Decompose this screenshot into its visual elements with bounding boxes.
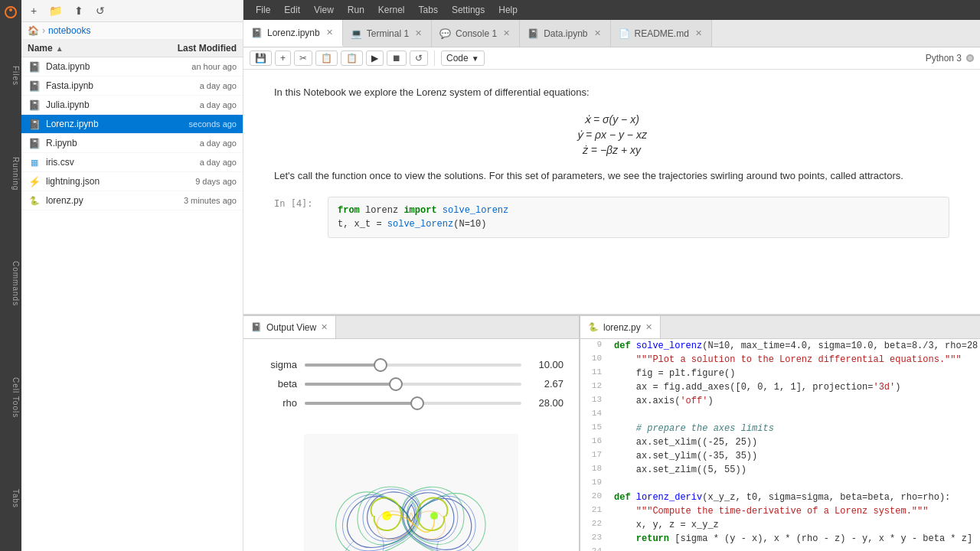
code-line-12: 12 ax = fig.add_axes([0, 0, 1, 1], proje… [580, 380, 980, 394]
column-modified[interactable]: Last Modified [145, 43, 237, 54]
sidebar-logo[interactable] [2, 3, 20, 21]
new-folder-button[interactable]: 📁 [46, 3, 65, 18]
new-file-button[interactable]: + [28, 3, 40, 18]
output-tab[interactable]: 📓 Output View ✕ [243, 316, 336, 338]
file-row[interactable]: 📓 R.ipynb a day ago [21, 134, 243, 153]
file-row[interactable]: ⚡ lightning.json 9 days ago [21, 172, 243, 191]
column-name[interactable]: Name ▲ [28, 43, 145, 54]
tab-icon-data: 📓 [528, 28, 539, 39]
file-row[interactable]: 🐍 lorenz.py 3 minutes ago [21, 191, 243, 210]
output-tab-close[interactable]: ✕ [321, 322, 328, 332]
sidebar-celltools-label[interactable]: Cell Tools [0, 371, 21, 424]
sidebar-commands-label[interactable]: Commands [0, 255, 21, 312]
tab-icon-terminal: 💻 [351, 28, 362, 39]
file-name: lightning.json [46, 176, 145, 187]
cut-button[interactable]: ✂ [294, 51, 312, 66]
tab-lorenz-ipynb[interactable]: 📓 Lorenz.ipynb ✕ [243, 20, 343, 47]
tab-close-readme[interactable]: ✕ [694, 28, 704, 39]
file-modified: an hour ago [145, 62, 237, 71]
refresh-button[interactable]: ↺ [93, 3, 108, 18]
cell-code[interactable]: from lorenz import solve_lorenz t, x_t =… [328, 197, 949, 238]
tab-data-ipynb[interactable]: 📓 Data.ipynb ✕ [520, 20, 610, 47]
bottom-split: 📓 Output View ✕ sigma [243, 315, 980, 551]
sidebar-tabs-label[interactable]: Tabs [0, 483, 21, 514]
file-row[interactable]: 📓 Data.ipynb an hour ago [21, 57, 243, 77]
menu-edit[interactable]: Edit [278, 3, 306, 17]
breadcrumb-folder[interactable]: notebooks [48, 25, 90, 36]
stop-button[interactable]: ⏹ [387, 51, 407, 66]
lorenz-visualization [243, 429, 579, 551]
upload-button[interactable]: ⬆ [71, 3, 87, 18]
restart-button[interactable]: ↺ [410, 51, 428, 66]
tab-close-data[interactable]: ✕ [593, 28, 603, 39]
line-number: 21 [580, 504, 611, 514]
tab-icon-console: 💬 [439, 28, 451, 39]
kernel-name: Python 3 [926, 53, 962, 64]
line-content: ax.set_xlim((-25, 25)) [611, 435, 980, 449]
insert-cell-button[interactable]: + [275, 51, 291, 66]
menu-help[interactable]: Help [492, 3, 524, 17]
cell-type-label: Code [446, 53, 469, 64]
file-modified: 9 days ago [145, 177, 237, 186]
beta-label: beta [259, 378, 297, 390]
tab-close-lorenz[interactable]: ✕ [325, 27, 335, 38]
tab-close-console[interactable]: ✕ [501, 28, 511, 39]
cell-type-selector[interactable]: Code ▼ [441, 51, 485, 66]
file-row-lorenz[interactable]: 📓 Lorenz.ipynb seconds ago [21, 115, 243, 134]
beta-track [305, 383, 521, 386]
line-content: ax = fig.add_axes([0, 0, 1, 1], projecti… [611, 380, 980, 394]
output-tab-bar: 📓 Output View ✕ [243, 316, 579, 339]
code-tab-icon: 🐍 [588, 322, 599, 332]
line-content: ax.set_ylim((-35, 35)) [611, 449, 980, 463]
sidebar-files-label[interactable]: Files [0, 60, 21, 92]
menu-file[interactable]: File [250, 3, 276, 17]
code-line-23: 23 return [sigma * (y - x), x * (rho - z… [580, 532, 980, 546]
cell-type-chevron: ▼ [472, 54, 479, 63]
tab-close-terminal[interactable]: ✕ [413, 28, 423, 39]
beta-thumb[interactable] [389, 377, 403, 391]
beta-slider-row: beta 2.67 [259, 378, 564, 390]
file-row[interactable]: 📓 Julia.ipynb a day ago [21, 96, 243, 115]
line-content: x, y, z = x_y_z [611, 518, 980, 532]
file-icon-lightning: ⚡ [28, 174, 41, 188]
equation-1: ẋ = σ(y − x) [274, 113, 949, 126]
file-name: Julia.ipynb [46, 99, 145, 110]
tab-readme[interactable]: 📄 README.md ✕ [611, 20, 712, 47]
menu-settings[interactable]: Settings [446, 3, 491, 17]
code-tab-close[interactable]: ✕ [645, 322, 652, 332]
home-icon[interactable]: 🏠 [28, 25, 39, 36]
code-tab-bar: 🐍 lorenz.py ✕ [580, 316, 980, 339]
code-line-21: 21 """Compute the time-derivative of a L… [580, 504, 980, 518]
code-tab[interactable]: 🐍 lorenz.py ✕ [580, 316, 661, 338]
line-number: 11 [580, 367, 611, 377]
run-button[interactable]: ▶ [366, 51, 384, 66]
file-row[interactable]: 📓 Fasta.ipynb a day ago [21, 77, 243, 96]
svg-point-1 [9, 8, 12, 11]
beta-fill [305, 383, 396, 386]
file-icon-lorenzpy: 🐍 [28, 194, 41, 207]
file-row[interactable]: ▦ iris.csv a day ago [21, 153, 243, 172]
save-button[interactable]: 💾 [250, 51, 272, 66]
line-number: 23 [580, 532, 611, 542]
sidebar-running-label[interactable]: Running [0, 151, 21, 197]
tab-icon-readme: 📄 [619, 28, 630, 39]
file-name: Fasta.ipynb [46, 80, 145, 91]
line-number: 12 [580, 380, 611, 390]
file-list: 📓 Data.ipynb an hour ago 📓 Fasta.ipynb a… [21, 57, 243, 551]
code-line-15: 15 # prepare the axes limits [580, 422, 980, 435]
content-split: In this Notebook we explore the Lorenz s… [243, 70, 980, 551]
tab-terminal[interactable]: 💻 Terminal 1 ✕ [343, 20, 432, 47]
paste-button[interactable]: 📋 [341, 51, 363, 66]
sigma-thumb[interactable] [374, 358, 387, 372]
menu-tabs[interactable]: Tabs [413, 3, 444, 17]
tab-console[interactable]: 💬 Console 1 ✕ [432, 20, 520, 47]
menu-view[interactable]: View [308, 3, 340, 17]
code-editor[interactable]: 9 def solve_lorenz(N=10, max_time=4.0, s… [580, 339, 980, 551]
line-number: 19 [580, 477, 611, 487]
menu-kernel[interactable]: Kernel [372, 3, 411, 17]
file-modified: a day ago [145, 100, 237, 109]
copy-button[interactable]: 📋 [315, 51, 338, 66]
menu-run[interactable]: Run [341, 3, 371, 17]
file-panel: + 📁 ⬆ ↺ 🏠 › notebooks Name ▲ Last Modifi… [21, 0, 243, 551]
rho-thumb[interactable] [410, 396, 424, 410]
